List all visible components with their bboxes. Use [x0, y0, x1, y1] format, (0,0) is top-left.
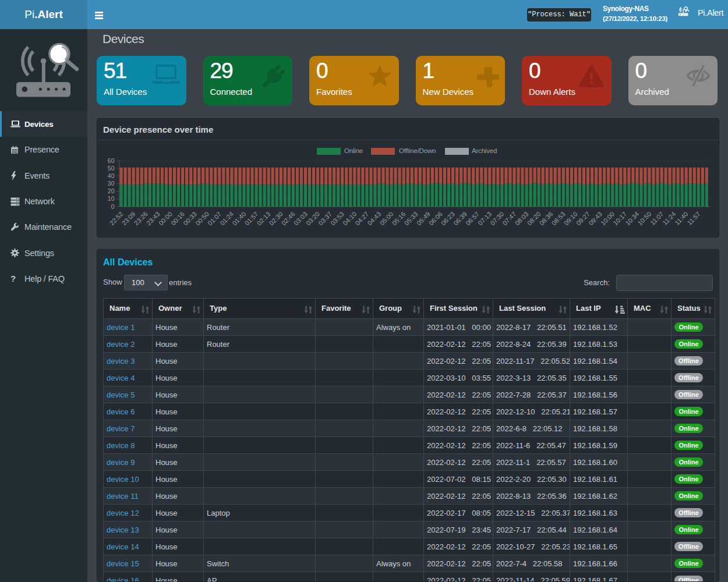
svg-text:09:43: 09:43 — [587, 210, 603, 226]
svg-text:09:10: 09:10 — [563, 210, 579, 226]
svg-text:10:34: 10:34 — [624, 210, 640, 226]
svg-text:06:39: 06:39 — [452, 210, 468, 226]
svg-text:01:40: 01:40 — [231, 210, 247, 226]
svg-text:07:30: 07:30 — [489, 210, 505, 226]
svg-text:00:00: 00:00 — [157, 210, 174, 226]
svg-text:03:53: 03:53 — [329, 210, 345, 226]
svg-text:00:50: 00:50 — [194, 210, 210, 226]
svg-text:0: 0 — [111, 203, 115, 210]
svg-text:03:20: 03:20 — [305, 210, 321, 226]
svg-text:04:27: 04:27 — [354, 210, 370, 226]
svg-text:00:16: 00:16 — [169, 210, 186, 226]
svg-text:11:40: 11:40 — [673, 210, 689, 226]
svg-text:23:09: 23:09 — [121, 210, 137, 226]
svg-text:07:47: 07:47 — [501, 210, 517, 226]
svg-text:01:24: 01:24 — [218, 210, 235, 226]
svg-text:23:26: 23:26 — [133, 210, 149, 226]
svg-text:08:03: 08:03 — [514, 210, 530, 226]
svg-text:00:33: 00:33 — [182, 210, 198, 226]
svg-text:30: 30 — [108, 180, 115, 187]
svg-text:05:16: 05:16 — [391, 210, 407, 226]
svg-text:05:00: 05:00 — [379, 210, 395, 226]
svg-text:11:57: 11:57 — [685, 210, 701, 226]
svg-text:04:43: 04:43 — [366, 210, 382, 226]
svg-text:23:43: 23:43 — [145, 210, 161, 226]
svg-text:03:37: 03:37 — [317, 210, 333, 226]
svg-text:08:53: 08:53 — [550, 210, 567, 226]
svg-text:07:13: 07:13 — [476, 210, 493, 226]
svg-text:06:06: 06:06 — [427, 210, 444, 226]
svg-text:03:03: 03:03 — [292, 210, 309, 226]
svg-text:02:46: 02:46 — [280, 210, 296, 226]
svg-text:08:20: 08:20 — [526, 210, 542, 226]
svg-text:10:17: 10:17 — [612, 210, 628, 226]
svg-text:02:13: 02:13 — [256, 210, 272, 226]
svg-text:02:30: 02:30 — [268, 210, 284, 226]
svg-text:04:10: 04:10 — [341, 210, 358, 226]
svg-text:08:36: 08:36 — [538, 210, 554, 226]
svg-text:06:57: 06:57 — [464, 210, 480, 226]
svg-text:22:52: 22:52 — [108, 210, 125, 226]
svg-text:05:33: 05:33 — [403, 210, 419, 226]
svg-text:20: 20 — [108, 187, 115, 194]
svg-text:60: 60 — [108, 157, 115, 164]
svg-text:11:24: 11:24 — [661, 210, 677, 226]
svg-text:06:23: 06:23 — [440, 210, 456, 226]
svg-text:50: 50 — [108, 165, 115, 172]
svg-text:09:27: 09:27 — [575, 210, 591, 226]
svg-text:40: 40 — [108, 172, 115, 179]
svg-text:10: 10 — [108, 195, 115, 202]
svg-text:11:07: 11:07 — [649, 210, 665, 226]
svg-text:10:00: 10:00 — [599, 210, 616, 226]
svg-text:01:07: 01:07 — [206, 210, 222, 226]
svg-text:05:49: 05:49 — [415, 210, 432, 226]
svg-text:10:50: 10:50 — [636, 210, 652, 226]
svg-text:01:57: 01:57 — [243, 210, 260, 226]
